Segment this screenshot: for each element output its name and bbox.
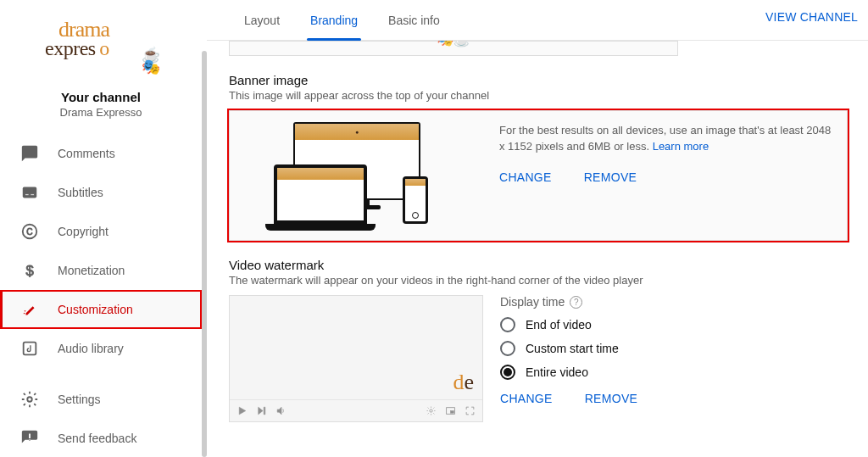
sidebar-item-send-feedback[interactable]: Send feedback [0,419,202,457]
display-time-label: Display time [500,295,565,309]
settings-icon [20,390,39,409]
copyright-icon: C [20,222,39,241]
svg-point-8 [430,410,432,412]
sidebar-item-settings[interactable]: Settings [0,380,202,419]
banner-remove-button[interactable]: REMOVE [584,169,637,186]
device-phone-icon [403,176,428,224]
channel-header: Your channel Drama Expresso [0,85,202,134]
banner-desc: This image will appear across the top of… [229,89,848,102]
view-channel-link[interactable]: VIEW CHANNEL [765,10,858,24]
display-time-options: Display time ? End of video Custom start… [500,295,637,422]
sidebar-item-label: Customization [58,303,133,316]
svg-rect-1 [25,194,30,196]
tab-layout[interactable]: Layout [229,0,295,41]
radio-end-of-video[interactable]: End of video [500,317,637,332]
svg-text:$: $ [25,263,33,278]
channel-logo: drama expreso ☕🎭 [0,0,202,85]
sidebar-item-label: Comments [58,147,115,160]
help-icon[interactable]: ? [570,296,582,309]
banner-section: Banner image This image will appear acro… [229,73,848,241]
tab-branding[interactable]: Branding [295,0,373,41]
svg-rect-10 [451,411,454,414]
svg-text:C: C [26,227,32,237]
next-icon[interactable] [256,405,267,416]
svg-rect-2 [31,194,35,196]
radio-label: End of video [526,318,592,332]
svg-rect-6 [24,343,36,355]
logo-masks-icon: ☕🎭 [142,49,160,73]
monetization-icon: $ [20,261,39,280]
svg-point-7 [27,397,32,402]
watermark-change-button[interactable]: CHANGE [500,392,553,405]
feedback-icon [20,429,39,448]
sidebar-item-label: Monetization [58,264,125,277]
sidebar-item-comments[interactable]: Comments [0,134,202,173]
watermark-logo: de [453,374,474,391]
profile-pic-card-peek: 🎭☕ [229,41,678,56]
radio-icon [500,365,515,380]
sidebar-item-label: Copyright [58,225,108,238]
video-controls [230,399,482,421]
watermark-title: Video watermark [229,258,848,272]
sidebar: drama expreso ☕🎭 Your channel Drama Expr… [0,0,202,457]
sidebar-item-copyright[interactable]: C Copyright [0,212,202,251]
volume-icon[interactable] [275,405,287,416]
miniplayer-icon[interactable] [445,405,456,416]
radio-icon [500,341,515,356]
sidebar-item-label: Settings [58,393,101,406]
settings-cog-icon[interactable] [426,405,437,416]
comments-icon [20,144,39,163]
logo-line2: expreso [45,37,109,60]
banner-preview [230,111,484,240]
sidebar-item-subtitles[interactable]: Subtitles [0,173,202,212]
mask-icon: 🎭☕ [437,41,470,47]
device-laptop-icon [274,164,367,224]
tab-bar: Layout Branding Basic info VIEW CHANNEL [207,0,868,41]
your-channel-label: Your channel [0,90,202,104]
sidebar-item-monetization[interactable]: $ Monetization [0,251,202,290]
banner-change-button[interactable]: CHANGE [499,169,552,186]
watermark-remove-button[interactable]: REMOVE [585,392,637,405]
play-icon[interactable] [236,405,248,416]
radio-custom-start-time[interactable]: Custom start time [500,341,637,356]
sidebar-nav: Comments Subtitles C Copyright $ Monetiz… [0,134,202,457]
banner-info: For the best results on all devices, use… [484,111,847,240]
radio-entire-video[interactable]: Entire video [500,365,637,380]
watermark-section: Video watermark The watermark will appea… [229,258,848,422]
sidebar-item-audio-library[interactable]: Audio library [0,329,202,368]
audio-library-icon [20,339,39,358]
channel-name: Drama Expresso [0,106,202,119]
sidebar-item-customization[interactable]: Customization [0,290,202,329]
radio-label: Entire video [526,365,588,379]
sidebar-item-label: Send feedback [58,432,136,445]
scrollbar[interactable] [202,51,207,457]
svg-rect-0 [23,187,37,198]
radio-label: Custom start time [526,342,619,355]
fullscreen-icon[interactable] [465,405,476,416]
watermark-preview: de [229,295,483,422]
watermark-desc: The watermark will appear on your videos… [229,274,848,287]
subtitles-icon [20,183,39,202]
sidebar-item-label: Subtitles [58,186,103,199]
sidebar-item-label: Audio library [58,342,124,355]
tab-basic-info[interactable]: Basic info [373,0,455,41]
learn-more-link[interactable]: Learn more [653,140,709,153]
banner-title: Banner image [229,73,848,87]
customization-icon [20,300,39,319]
banner-card: For the best results on all devices, use… [229,110,848,241]
radio-icon [500,317,515,332]
main: Layout Branding Basic info VIEW CHANNEL … [202,0,868,457]
